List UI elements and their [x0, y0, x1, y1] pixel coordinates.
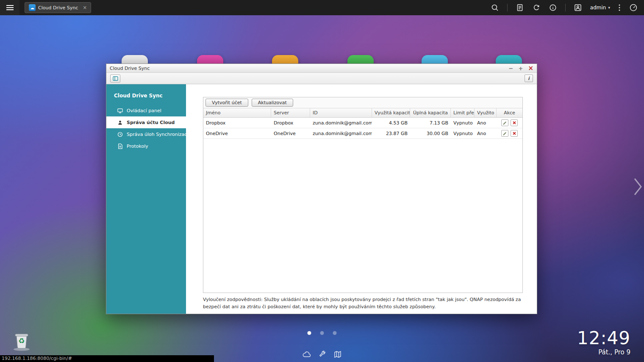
app-tab-label: Cloud Drive Sync [38, 5, 78, 11]
wrench-icon [319, 351, 326, 358]
edit-pencil-icon [502, 121, 507, 125]
sidebar-item-label: Správa účtu Cloud [127, 120, 175, 125]
window-controls: − + × [509, 65, 533, 72]
column-header-vyuzita[interactable]: Využitá kapacita [372, 108, 410, 117]
window-toolbar: i [106, 73, 537, 84]
guide-button[interactable] [333, 351, 342, 358]
minimize-icon[interactable]: − [509, 66, 514, 71]
background-tasks-button[interactable] [516, 3, 524, 12]
sidebar-item-label: Správa úloh Synchronizace [127, 132, 190, 137]
delete-account-button[interactable] [511, 119, 518, 126]
edit-account-button[interactable] [501, 119, 508, 126]
info-icon [549, 3, 557, 12]
cell-id: zuna.dominik@gmail.com [310, 131, 372, 136]
cell-total: 30.00 GB [410, 131, 451, 136]
cell-actions [497, 119, 522, 126]
clock-time: 12:49 [577, 329, 630, 348]
cloud-services-button[interactable] [302, 351, 311, 358]
table-row-dropbox[interactable]: Dropbox Dropbox zuna.dominik@gmail.com 4… [203, 118, 522, 128]
divider [565, 4, 566, 11]
sidebar-item-sprava-uloh-synchronizace[interactable]: Správa úloh Synchronizace [106, 128, 186, 140]
more-vertical-icon [618, 3, 621, 12]
sidebar-item-label: Ovládací panel [127, 108, 161, 113]
recycle-symbol-glyph: ♻ [18, 337, 25, 345]
column-header-vyuzito[interactable]: Využito [475, 108, 497, 117]
column-header-uplna[interactable]: Úplná kapacita [410, 108, 451, 117]
window-title: Cloud Drive Sync [110, 66, 150, 71]
edit-pencil-icon [502, 131, 507, 136]
cell-active: Ano [475, 120, 497, 126]
search-button[interactable] [491, 3, 499, 12]
tab-close-icon[interactable]: × [83, 5, 87, 11]
external-device-icon [532, 3, 541, 12]
next-desktop-button[interactable] [633, 177, 643, 198]
column-header-server[interactable]: Server [271, 108, 310, 117]
window-content: Vytvořit účet Aktualizovat Jméno Server … [186, 84, 537, 314]
desktop-clock: 12:49 Pát., Pro 9 [577, 329, 630, 356]
column-header-id[interactable]: ID [310, 108, 372, 117]
user-menu[interactable]: admin ▾ [590, 5, 610, 11]
user-icon [574, 3, 582, 12]
divider [507, 4, 508, 11]
page-dot-3[interactable] [333, 331, 337, 335]
search-icon [491, 3, 499, 12]
more-options-button[interactable] [618, 3, 621, 12]
status-url: 192.168.1.186:8080/cgi-bin/# [2, 356, 72, 361]
user-profile-button[interactable] [574, 3, 582, 12]
cell-active: Ano [475, 131, 497, 136]
window-sidebar: Cloud Drive Sync Ovládací panel Správa ú… [106, 84, 186, 314]
close-icon[interactable]: × [528, 65, 533, 72]
column-header-jmeno[interactable]: Jméno [203, 108, 271, 117]
cell-limit: Vypnuto [451, 120, 475, 126]
sidebar-item-sprava-uctu-cloud[interactable]: Správa účtu Cloud [106, 116, 186, 128]
top-taskbar: ☁ Cloud Drive Sync × admin ▾ [0, 0, 644, 15]
window-body: Cloud Drive Sync Ovládací panel Správa ú… [106, 84, 537, 314]
delete-x-icon [512, 131, 516, 135]
window-titlebar[interactable]: Cloud Drive Sync − + × [106, 64, 537, 73]
caret-down-icon: ▾ [608, 6, 610, 10]
table-body: Dropbox Dropbox zuna.dominik@gmail.com 4… [203, 118, 522, 293]
dashboard-gauge-icon [629, 3, 638, 12]
page-dot-2[interactable] [320, 331, 324, 335]
sidebar-item-protokoly[interactable]: Protokoly [106, 140, 186, 152]
edit-account-button[interactable] [501, 130, 508, 137]
cloud-icon [302, 351, 311, 358]
info-glyph: i [528, 76, 530, 81]
main-menu-button[interactable] [0, 0, 19, 15]
table-header-row: Jméno Server ID Využitá kapacita Úplná k… [203, 108, 522, 118]
app-tab-cloud-drive-sync[interactable]: ☁ Cloud Drive Sync × [25, 2, 91, 13]
cell-actions [497, 130, 522, 137]
table-row-onedrive[interactable]: OneDrive OneDrive zuna.dominik@gmail.com… [203, 128, 522, 139]
external-device-button[interactable] [532, 3, 541, 12]
sync-tasks-icon [117, 132, 123, 137]
disclaimer-text: Vyloučení zodpovědnosti: Služby ukládání… [203, 296, 523, 310]
clock-date: Pát., Pro 9 [577, 348, 630, 356]
delete-account-button[interactable] [511, 130, 518, 137]
recycle-bin[interactable]: ♻ [11, 330, 33, 352]
open-map-icon [333, 351, 342, 358]
notification-button[interactable] [549, 3, 557, 12]
sidebar-item-label: Protokoly [127, 144, 148, 149]
user-account-icon [117, 120, 123, 125]
cell-id: zuna.dominik@gmail.com [310, 120, 372, 126]
user-name-label: admin [590, 5, 606, 11]
create-account-button[interactable]: Vytvořit účet [205, 99, 248, 107]
hamburger-icon [6, 5, 14, 6]
help-info-button[interactable]: i [525, 75, 533, 82]
dashboard-button[interactable] [629, 3, 638, 12]
layout-panel-icon [113, 76, 118, 81]
utilities-button[interactable] [319, 351, 326, 358]
cloud-accounts-panel: Vytvořit účet Aktualizovat Jméno Server … [203, 97, 523, 293]
accounts-toolbar: Vytvořit účet Aktualizovat [203, 97, 522, 108]
page-dot-1[interactable] [308, 331, 311, 335]
cloud-app-icon: ☁ [29, 4, 36, 11]
refresh-button[interactable]: Aktualizovat [252, 99, 293, 107]
taskbar-actions: admin ▾ [491, 3, 644, 12]
cell-name: OneDrive [203, 131, 271, 136]
cell-limit: Vypnuto [451, 131, 475, 136]
toggle-sidebar-button[interactable] [110, 75, 120, 83]
column-header-limit[interactable]: Limit pře... [451, 108, 475, 117]
desktop-dock [302, 351, 342, 358]
sidebar-item-ovladaci-panel[interactable]: Ovládací panel [106, 105, 186, 116]
maximize-icon[interactable]: + [519, 66, 523, 71]
